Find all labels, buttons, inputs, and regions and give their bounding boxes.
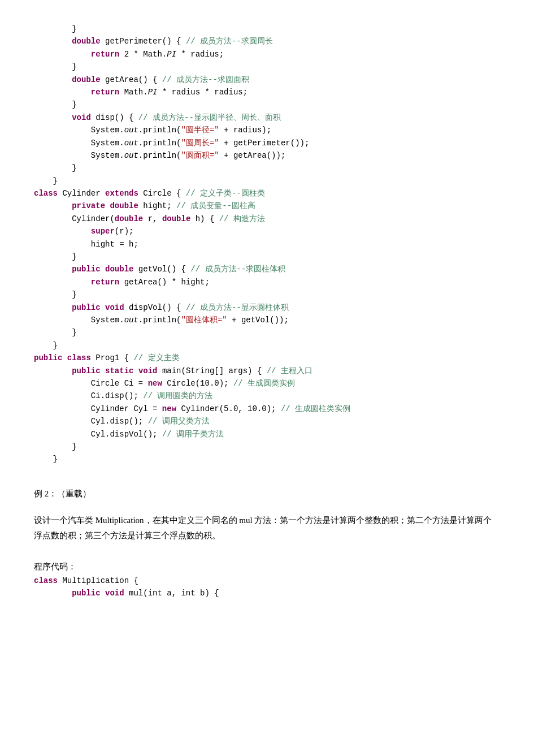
code-block-2: class Multiplication { public void mul(i… — [34, 574, 500, 600]
code-block-1: } double getPerimeter() { // 成员方法--求圆周长 … — [34, 23, 500, 466]
example2-description: 设计一个汽车类 Multiplication，在其中定义三个同名的 mul 方法… — [34, 513, 500, 543]
example2-label: 例 2：（重载） — [34, 486, 500, 502]
code-label: 程序代码： — [34, 561, 500, 572]
